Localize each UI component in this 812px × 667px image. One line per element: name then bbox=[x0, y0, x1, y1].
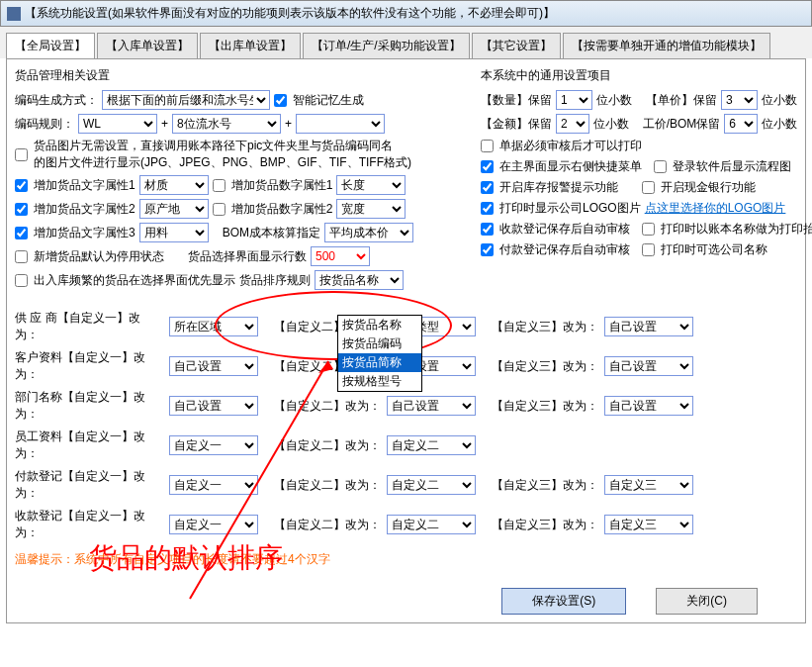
window-titlebar: 【系统功能设置(如果软件界面没有对应的功能项则表示该版本的软件没有这个功能，不必… bbox=[0, 0, 812, 27]
custom-v1[interactable]: 自定义一 bbox=[169, 515, 258, 534]
right-section-title: 本系统中的通用设置项目 bbox=[481, 67, 797, 84]
sort-opt-spec[interactable]: 按规格型号 bbox=[338, 372, 421, 391]
tab-addon[interactable]: 【按需要单独开通的增值功能模块】 bbox=[563, 33, 770, 58]
freq-first-checkbox[interactable] bbox=[15, 274, 28, 287]
code-rule-suffix[interactable] bbox=[296, 114, 385, 134]
c4-checkbox[interactable] bbox=[481, 202, 494, 215]
custom-v3[interactable]: 自定义三 bbox=[604, 515, 693, 534]
custom-label: 员工资料【自定义一】改为： bbox=[15, 429, 163, 462]
custom-row: 收款登记【自定义一】改为：自定义一【自定义二】改为：自定义二【自定义三】改为：自… bbox=[15, 508, 797, 541]
custom-v2[interactable]: 自定义二 bbox=[387, 515, 476, 534]
c5b-checkbox[interactable] bbox=[642, 223, 655, 236]
custom-v1[interactable]: 所在区域 bbox=[169, 317, 258, 336]
code-rule-middle[interactable]: 8位流水号 bbox=[172, 114, 281, 134]
custom-label: 供 应 商【自定义一】改为： bbox=[15, 310, 163, 343]
attr3-checkbox[interactable] bbox=[15, 227, 28, 239]
attr2-checkbox[interactable] bbox=[15, 203, 28, 216]
left-section-title: 货品管理相关设置 bbox=[15, 67, 461, 84]
custom-row: 员工资料【自定义一】改为：自定义一【自定义二】改为：自定义二 bbox=[15, 429, 797, 462]
c1-checkbox[interactable] bbox=[481, 140, 494, 152]
custom-v1[interactable]: 自己设置 bbox=[169, 396, 258, 416]
pic-note-1: 货品图片无需设置，直接调用账本路径下pic文件夹里与货品编码同名 bbox=[34, 138, 411, 154]
custom-v1[interactable]: 自定义一 bbox=[169, 475, 258, 495]
custom-v3[interactable]: 自己设置 bbox=[604, 317, 693, 336]
custom-label: 收款登记【自定义一】改为： bbox=[15, 508, 163, 541]
list-rows-select[interactable]: 500 bbox=[311, 246, 370, 266]
c3-checkbox[interactable] bbox=[481, 181, 494, 194]
close-button[interactable]: 关闭(C) bbox=[656, 588, 758, 615]
custom-v2[interactable]: 自己设置 bbox=[387, 396, 476, 416]
sort-opt-code[interactable]: 按货品编码 bbox=[338, 334, 421, 353]
custom-row: 付款登记【自定义一】改为：自定义一【自定义二】改为：自定义二【自定义三】改为：自… bbox=[15, 468, 797, 502]
code-gen-label: 编码生成方式： bbox=[15, 92, 98, 109]
annotation-text: 货品的默认排序 bbox=[89, 539, 283, 577]
custom-label: 付款登记【自定义一】改为： bbox=[15, 468, 163, 502]
c6-checkbox[interactable] bbox=[481, 243, 494, 256]
attr1-checkbox[interactable] bbox=[15, 179, 28, 192]
code-rule-prefix[interactable]: WL bbox=[78, 114, 157, 134]
amt-decimals[interactable]: 2 bbox=[556, 114, 589, 134]
tab-global[interactable]: 【全局设置】 bbox=[6, 33, 95, 58]
bom-cost-select[interactable]: 平均成本价 bbox=[324, 223, 413, 242]
tab-inbound[interactable]: 【入库单设置】 bbox=[97, 33, 198, 58]
custom-v2[interactable]: 自定义二 bbox=[387, 435, 476, 455]
sort-opt-short[interactable]: 按货品简称 bbox=[338, 353, 421, 372]
logo-link[interactable]: 点这里选择你的LOGO图片 bbox=[645, 200, 786, 217]
code-gen-select[interactable]: 根据下面的前后缀和流水号生成编 bbox=[102, 90, 270, 110]
nattr2-checkbox[interactable] bbox=[213, 203, 226, 216]
custom-label: 部门名称【自定义一】改为： bbox=[15, 389, 163, 423]
smart-memory-label: 智能记忆生成 bbox=[293, 92, 364, 109]
sort-rule-select[interactable]: 按货品名称 bbox=[315, 270, 404, 290]
bom-decimals[interactable]: 6 bbox=[724, 114, 758, 134]
c6b-checkbox[interactable] bbox=[642, 243, 655, 256]
custom-v3[interactable]: 自己设置 bbox=[604, 356, 693, 376]
code-rule-label: 编码规则： bbox=[15, 116, 74, 133]
attr1-select[interactable]: 材质 bbox=[139, 175, 209, 195]
nattr1-checkbox[interactable] bbox=[213, 179, 226, 192]
sort-opt-name[interactable]: 按货品名称 bbox=[338, 316, 421, 334]
sort-dropdown-list[interactable]: 按货品名称 按货品编码 按货品简称 按规格型号 bbox=[337, 315, 422, 392]
pic-note-2: 的图片文件进行显示(JPG、JPEG、PNG、BMP、GIF、TIF、TIFF格… bbox=[34, 154, 411, 171]
custom-row: 部门名称【自定义一】改为：自己设置【自定义二】改为：自己设置【自定义三】改为：自… bbox=[15, 389, 797, 423]
custom-v2[interactable]: 自定义二 bbox=[387, 475, 476, 495]
save-button[interactable]: 保存设置(S) bbox=[501, 588, 626, 615]
smart-memory-checkbox[interactable] bbox=[274, 94, 287, 107]
qty-decimals[interactable]: 1 bbox=[556, 90, 592, 110]
pic-checkbox[interactable] bbox=[15, 148, 28, 161]
attr3-select[interactable]: 用料 bbox=[139, 223, 209, 242]
c2b-checkbox[interactable] bbox=[654, 160, 667, 173]
tab-other[interactable]: 【其它设置】 bbox=[472, 33, 561, 58]
c2-checkbox[interactable] bbox=[481, 160, 494, 173]
window-title: 【系统功能设置(如果软件界面没有对应的功能项则表示该版本的软件没有这个功能，不必… bbox=[25, 5, 555, 22]
tab-bar: 【全局设置】 【入库单设置】 【出库单设置】 【订单/生产/采购功能设置】 【其… bbox=[0, 27, 812, 58]
nattr2-select[interactable]: 宽度 bbox=[336, 199, 406, 219]
c5-checkbox[interactable] bbox=[481, 223, 494, 236]
custom-v3[interactable]: 自定义三 bbox=[604, 475, 693, 495]
price-decimals[interactable]: 3 bbox=[721, 90, 758, 110]
tab-outbound[interactable]: 【出库单设置】 bbox=[200, 33, 301, 58]
custom-v1[interactable]: 自己设置 bbox=[169, 356, 258, 376]
attr2-select[interactable]: 原产地 bbox=[139, 199, 209, 219]
custom-v3[interactable]: 自己设置 bbox=[604, 396, 693, 416]
custom-label: 客户资料【自定义一】改为： bbox=[15, 349, 163, 383]
custom-v1[interactable]: 自定义一 bbox=[169, 435, 258, 455]
tab-order[interactable]: 【订单/生产/采购功能设置】 bbox=[303, 33, 470, 58]
app-icon bbox=[7, 7, 21, 21]
new-stop-checkbox[interactable] bbox=[15, 250, 28, 263]
c3b-checkbox[interactable] bbox=[642, 181, 655, 194]
nattr1-select[interactable]: 长度 bbox=[336, 175, 406, 195]
